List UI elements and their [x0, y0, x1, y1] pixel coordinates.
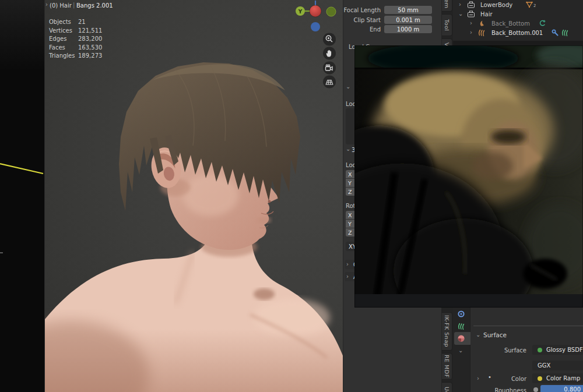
color-value: Color Ramp — [546, 375, 580, 382]
panel-separator — [473, 326, 583, 326]
outliner-row-back-bottom-001[interactable]: › Back_Bottom.001 — [453, 28, 583, 37]
blender-window: › (0) Hair | Bangs 2.001 Objects 21 Vert… — [0, 0, 583, 392]
expand-icon[interactable]: › — [470, 29, 472, 36]
zoom-button[interactable] — [322, 33, 336, 46]
collection-icon — [467, 1, 475, 9]
surface-shader-value: Glossy BSDF — [546, 347, 583, 353]
surface-shader-widget[interactable]: Glossy BSDF — [532, 345, 583, 355]
gizmo-z-axis[interactable] — [311, 22, 320, 31]
gizmo-y-label: Y — [298, 9, 303, 15]
navigation-gizmo[interactable]: Y — [292, 0, 339, 35]
gizmo-x-axis[interactable] — [310, 5, 321, 17]
outliner-item-name[interactable]: Back_Bottom.001 — [491, 29, 543, 37]
shader-socket-icon — [538, 348, 542, 352]
ortho-toggle-button[interactable] — [322, 75, 336, 89]
outliner: › LowerBody 2 ⌄ — [453, 0, 583, 41]
outliner-row-back-bottom[interactable]: › Back_Bottom — [453, 19, 583, 28]
clip-end-field[interactable]: 1000 m — [384, 25, 432, 33]
roughness-slider[interactable]: 0.800 — [540, 385, 583, 392]
gizmo-y-neg-axis[interactable] — [326, 7, 336, 16]
breadcrumb-collection: (0) Hair — [50, 2, 72, 9]
hook-modifier-icon — [538, 19, 546, 27]
roughness-label: Roughness — [453, 387, 526, 392]
outliner-item-name[interactable]: Back_Bottom — [491, 20, 530, 27]
stat-value: 189,273 — [78, 52, 102, 59]
surface-panel-title[interactable]: Surface — [483, 331, 507, 338]
annotations-expand-icon: › — [346, 273, 349, 280]
stat-label: Triangles — [49, 52, 75, 59]
tab-item[interactable]: Item — [442, 0, 452, 12]
pan-button[interactable] — [322, 47, 336, 60]
clip-start-label: Clip Start — [343, 16, 381, 24]
breadcrumb-chevron-icon[interactable]: › — [45, 1, 48, 8]
curves-data-icon — [477, 29, 486, 37]
breadcrumb-object: Bangs 2.001 — [76, 2, 113, 9]
outliner-item-name[interactable]: Hair — [480, 10, 493, 18]
collections-expand-icon: › — [346, 261, 349, 267]
camera-view-button[interactable] — [322, 61, 336, 75]
distribution-dropdown[interactable]: GGX — [532, 361, 583, 370]
focal-length-field[interactable]: 50 mm — [384, 6, 432, 14]
view-lock-collapse-icon[interactable]: ⌄ — [346, 83, 350, 90]
tab-uc[interactable]: Uc — [442, 382, 452, 392]
tab-re-mdf[interactable]: RE MDF — [442, 353, 452, 380]
material-tab-icon — [457, 334, 465, 342]
roughness-socket-icon — [533, 387, 538, 392]
bone-line-graphic — [0, 0, 44, 392]
outliner-row-lowerbody[interactable]: › LowerBody 2 — [453, 0, 583, 9]
tab-tool[interactable]: Tool — [442, 14, 452, 36]
breadcrumb-separator: | — [73, 1, 75, 9]
color-ramp-widget[interactable]: Color Ramp — [532, 373, 583, 383]
mesh-data-icon — [525, 1, 533, 9]
expand-icon[interactable]: › — [470, 20, 472, 26]
tab-ik-fk-snap[interactable]: IK-FK Snap — [442, 312, 452, 351]
collection-icon — [467, 10, 475, 18]
collapse-icon[interactable]: ⌄ — [458, 10, 463, 17]
properties-editor: ⌄ ⌄ Surface Surface Glossy BSDF GGX › • … — [453, 308, 583, 392]
color-label: Color — [453, 375, 526, 383]
focal-length-label: Focal Length — [343, 6, 381, 14]
particles-tab-icon[interactable] — [457, 322, 465, 330]
curve-data-icon — [479, 19, 487, 27]
clip-end-label: End — [343, 26, 381, 33]
mesh-count-badge: 2 — [533, 3, 536, 8]
clip-start-field[interactable]: 0.001 m — [384, 16, 432, 24]
modifier-wrench-icon — [551, 29, 559, 37]
outliner-item-name[interactable]: LowerBody — [480, 1, 512, 9]
physics-tab-icon[interactable] — [457, 310, 465, 318]
distribution-value: GGX — [538, 362, 550, 369]
particles-indicator-icon — [561, 29, 569, 37]
cursor-collapse-icon[interactable]: ⌄ — [346, 146, 350, 152]
left-editor-strip — [0, 0, 44, 392]
surface-label: Surface — [453, 347, 526, 354]
reference-image-graphic — [354, 45, 583, 308]
reference-image-overlay[interactable] — [354, 45, 583, 308]
expand-icon[interactable]: › — [459, 1, 461, 8]
material-tab-active[interactable] — [454, 332, 470, 345]
surface-collapse-icon[interactable]: ⌄ — [476, 331, 480, 338]
color-socket-icon — [538, 376, 542, 381]
outliner-row-hair[interactable]: ⌄ Hair — [453, 9, 583, 19]
